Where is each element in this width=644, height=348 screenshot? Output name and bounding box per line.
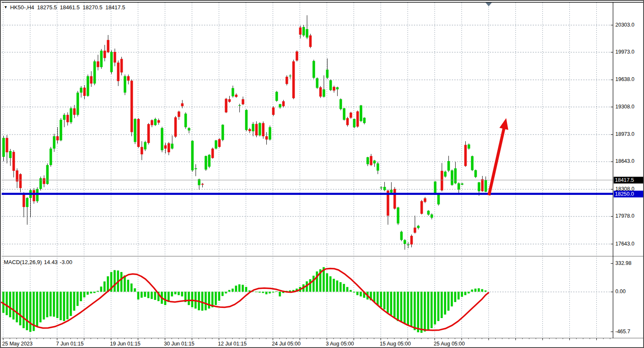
macd-indicator-label: MACD(12,26,9)14.43-3.00: [4, 259, 75, 265]
time-marker-icon: [486, 3, 492, 6]
symbol-period: HK50-,H4: [10, 4, 34, 11]
macd-axis-label: -465.7: [615, 329, 630, 335]
price-axis-label: 17978.0: [615, 213, 634, 219]
time-axis-label: 12 Jul 01:15: [218, 341, 247, 347]
low-value: 18270.5: [83, 4, 102, 11]
time-axis-label: 7 Jun 01:15: [56, 341, 83, 347]
macd-name: MACD(12,26,9): [4, 259, 42, 265]
price-axis-label: 18973.0: [615, 131, 634, 137]
price-axis-label: 17643.0: [615, 241, 634, 247]
time-axis-label: 30 Jun 01:15: [164, 341, 194, 347]
high-value: 18461.5: [60, 4, 80, 11]
price-axis-label: 20303.0: [615, 22, 634, 28]
time-axis-label: 3 Aug 05:00: [326, 341, 354, 347]
macd-axis-label: 0.00: [615, 289, 625, 294]
close-value: 18417.5: [105, 4, 125, 11]
price-axis-label: 19973.0: [615, 49, 634, 55]
trend-arrow[interactable]: [489, 118, 508, 195]
time-axis-label: 24 Jul 05:00: [272, 341, 301, 347]
time-axis-label: 25 May 2023: [2, 341, 32, 347]
price-axis-label: 19308.0: [615, 104, 634, 110]
chart-canvas[interactable]: [1, 1, 644, 348]
time-axis-label: 15 Aug 05:00: [380, 341, 411, 347]
macd-value: 14.43: [44, 259, 58, 265]
macd-axis-label: 332.98: [615, 260, 631, 266]
candles-layer: [3, 15, 487, 250]
price-axis-label: 18643.0: [615, 158, 634, 164]
symbol-ohlc-label: ▼ HK50-,H418275.518461.518270.518417.5: [4, 4, 128, 11]
symbol-ohlc-values: HK50-,H418275.518461.518270.518417.5: [10, 4, 128, 11]
macd-signal-value: -3.00: [60, 259, 72, 265]
symbol-dropdown-icon[interactable]: ▼: [4, 5, 8, 9]
chart-window: ▼ HK50-,H418275.518461.518270.518417.5 M…: [0, 0, 644, 348]
open-value: 18275.5: [37, 4, 57, 11]
time-axis-label: 25 Aug 05:00: [434, 341, 465, 347]
current-price-badge: 18417.5: [614, 177, 644, 183]
support-line-badge: 18250.0: [614, 191, 644, 197]
macd-histogram: [3, 267, 487, 333]
time-axis-label: 19 Jun 01:15: [110, 341, 140, 347]
price-axis-label: 19638.0: [615, 76, 634, 82]
